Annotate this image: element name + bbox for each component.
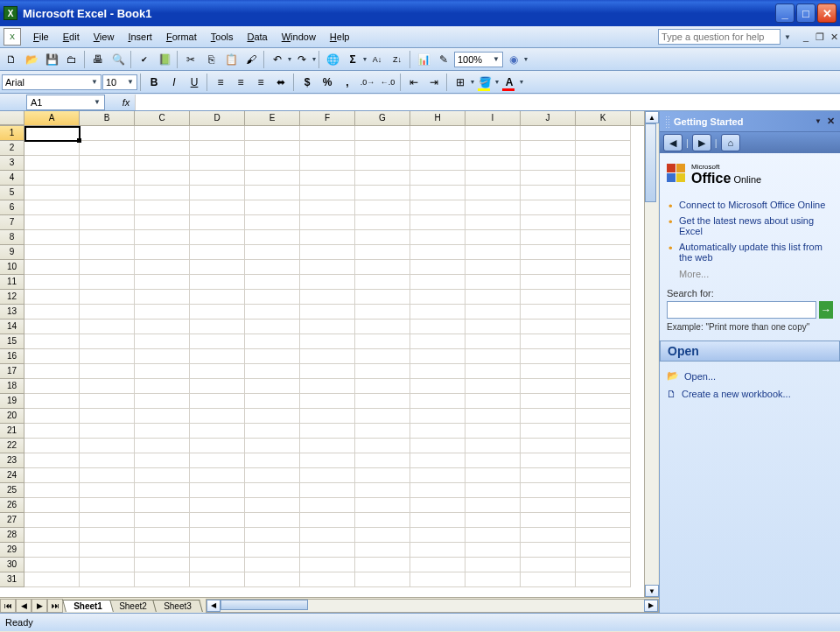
- row-header[interactable]: 4: [0, 171, 24, 186]
- cell[interactable]: [466, 305, 521, 320]
- cell[interactable]: [521, 379, 576, 394]
- column-header[interactable]: K: [576, 111, 631, 125]
- cell[interactable]: [410, 230, 466, 245]
- cell[interactable]: [245, 439, 300, 453]
- cell[interactable]: [355, 409, 410, 424]
- cell[interactable]: [300, 394, 355, 409]
- cell[interactable]: [190, 558, 245, 572]
- column-header[interactable]: G: [355, 111, 410, 125]
- cell[interactable]: [190, 453, 245, 468]
- merge-center-icon[interactable]: ⬌: [271, 73, 290, 92]
- cell[interactable]: [355, 334, 410, 349]
- cell[interactable]: [135, 230, 190, 245]
- cell[interactable]: [24, 572, 80, 587]
- cell[interactable]: [466, 156, 521, 171]
- cell[interactable]: [24, 200, 80, 215]
- cell[interactable]: [355, 245, 410, 260]
- cell[interactable]: [80, 483, 135, 498]
- row-header[interactable]: 12: [0, 290, 24, 305]
- cell[interactable]: [135, 572, 190, 587]
- cell[interactable]: [80, 141, 135, 156]
- cell[interactable]: [190, 245, 245, 260]
- column-header[interactable]: J: [521, 111, 576, 125]
- cell[interactable]: [24, 439, 80, 453]
- cell[interactable]: [80, 439, 135, 453]
- cell[interactable]: [135, 186, 190, 200]
- cell[interactable]: [300, 320, 355, 334]
- cell[interactable]: [190, 528, 245, 543]
- cell[interactable]: [24, 498, 80, 513]
- cell[interactable]: [300, 260, 355, 275]
- cell[interactable]: [80, 215, 135, 230]
- cell[interactable]: [576, 364, 631, 379]
- cell[interactable]: [466, 334, 521, 349]
- cell[interactable]: [410, 513, 466, 528]
- scroll-left-icon[interactable]: ◀: [206, 600, 220, 612]
- cell[interactable]: [410, 245, 466, 260]
- cell[interactable]: [245, 424, 300, 439]
- cell[interactable]: [80, 349, 135, 364]
- cell[interactable]: [300, 558, 355, 572]
- cell[interactable]: [190, 394, 245, 409]
- paste-icon[interactable]: 📋: [221, 50, 241, 69]
- cell[interactable]: [410, 453, 466, 468]
- menu-view[interactable]: View: [87, 29, 122, 45]
- permission-icon[interactable]: 🗀: [62, 50, 81, 69]
- redo-icon[interactable]: ↷: [292, 50, 312, 69]
- cell[interactable]: [300, 245, 355, 260]
- cell[interactable]: [300, 528, 355, 543]
- cell[interactable]: [24, 364, 80, 379]
- cell[interactable]: [410, 364, 466, 379]
- name-box[interactable]: A1▼: [26, 95, 105, 110]
- cell[interactable]: [24, 513, 80, 528]
- cell[interactable]: [245, 275, 300, 290]
- cell[interactable]: [521, 483, 576, 498]
- menu-insert[interactable]: Insert: [121, 29, 159, 45]
- cell[interactable]: [245, 171, 300, 186]
- cell[interactable]: [300, 275, 355, 290]
- cut-icon[interactable]: ✂: [181, 50, 200, 69]
- cell[interactable]: [410, 320, 466, 334]
- cell[interactable]: [80, 126, 135, 141]
- cell[interactable]: [300, 424, 355, 439]
- cell[interactable]: [355, 171, 410, 186]
- cell[interactable]: [410, 528, 466, 543]
- cell[interactable]: [410, 290, 466, 305]
- cell[interactable]: [245, 394, 300, 409]
- drawing-icon[interactable]: ✎: [434, 50, 453, 69]
- cell[interactable]: [80, 468, 135, 483]
- cell[interactable]: [135, 156, 190, 171]
- increase-indent-icon[interactable]: ⇥: [424, 73, 444, 92]
- cell[interactable]: [24, 453, 80, 468]
- cell[interactable]: [521, 572, 576, 587]
- cell[interactable]: [576, 453, 631, 468]
- prev-sheet-icon[interactable]: ◀: [16, 599, 32, 613]
- cell[interactable]: [355, 215, 410, 230]
- cell[interactable]: [135, 394, 190, 409]
- cell[interactable]: [24, 543, 80, 558]
- cell[interactable]: [576, 394, 631, 409]
- cell[interactable]: [24, 305, 80, 320]
- cell[interactable]: [521, 439, 576, 453]
- cell[interactable]: [300, 453, 355, 468]
- align-center-icon[interactable]: ≡: [231, 73, 250, 92]
- cell[interactable]: [521, 424, 576, 439]
- row-header[interactable]: 24: [0, 468, 24, 483]
- cell[interactable]: [576, 513, 631, 528]
- cell[interactable]: [521, 543, 576, 558]
- cell[interactable]: [355, 424, 410, 439]
- document-icon[interactable]: X: [4, 28, 21, 46]
- cell[interactable]: [80, 379, 135, 394]
- font-color-icon[interactable]: A: [500, 73, 519, 92]
- cell[interactable]: [355, 260, 410, 275]
- cell[interactable]: [135, 513, 190, 528]
- sheet-tab[interactable]: Sheet1: [62, 600, 114, 612]
- cell[interactable]: [576, 349, 631, 364]
- cell[interactable]: [466, 275, 521, 290]
- create-workbook-link[interactable]: 🗋Create a new workbook...: [667, 385, 833, 403]
- cell[interactable]: [300, 215, 355, 230]
- cell[interactable]: [135, 468, 190, 483]
- cell[interactable]: [300, 230, 355, 245]
- cell[interactable]: [355, 186, 410, 200]
- cell[interactable]: [576, 320, 631, 334]
